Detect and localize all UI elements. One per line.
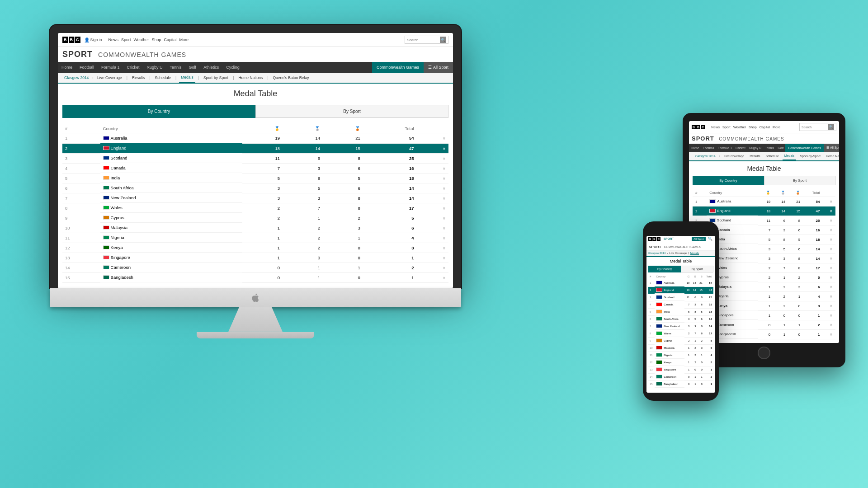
- cell-expand[interactable]: ∨: [823, 244, 835, 254]
- cell-gold: 0: [242, 272, 283, 282]
- search-box[interactable]: 🔍: [405, 36, 448, 44]
- tablet-main-all[interactable]: ☰ All Sport: [824, 144, 839, 152]
- phone-search-button[interactable]: 🔍: [707, 237, 713, 241]
- main-nav-cycling[interactable]: Cycling: [222, 62, 243, 73]
- tablet-tab-sport[interactable]: By Sport: [764, 176, 835, 185]
- subnav-results[interactable]: Results: [130, 73, 146, 82]
- nav-news[interactable]: News: [108, 38, 119, 42]
- tablet-main-cg[interactable]: Commonwealth Games: [785, 144, 824, 152]
- tablet-main-f1[interactable]: Formula 1: [716, 144, 734, 152]
- tablet-subnav-hn[interactable]: Home Nations: [824, 152, 839, 160]
- cell-expand[interactable]: ∨: [823, 320, 835, 330]
- phone-subnav-live[interactable]: Live Coverage: [669, 252, 687, 255]
- cell-expand[interactable]: ∨: [417, 272, 448, 282]
- cell-expand[interactable]: ∨: [417, 143, 448, 153]
- tablet-search-input[interactable]: [802, 126, 826, 129]
- tab-by-sport[interactable]: By Sport: [255, 105, 448, 118]
- nav-more[interactable]: More: [179, 38, 189, 42]
- main-nav-athletics[interactable]: Athletics: [200, 62, 222, 73]
- main-nav-cricket[interactable]: Cricket: [123, 62, 143, 73]
- tablet-subnav-schedule[interactable]: Schedule: [764, 152, 781, 160]
- cell-expand[interactable]: ∨: [823, 301, 835, 311]
- cell-expand[interactable]: ∨: [417, 193, 448, 203]
- tablet-subnav-breadcrumb[interactable]: Glasgow 2014: [693, 152, 717, 160]
- main-nav-f1[interactable]: Formula 1: [98, 62, 123, 73]
- subnav-sport-by-sport[interactable]: Sport-by-Sport: [202, 73, 230, 82]
- tablet-tab-country[interactable]: By Country: [693, 176, 764, 185]
- cell-expand[interactable]: ∨: [823, 273, 835, 282]
- cell-silver: 8: [283, 173, 323, 183]
- search-input[interactable]: [407, 38, 439, 42]
- cell-expand[interactable]: ∨: [823, 311, 835, 320]
- tablet-main-football[interactable]: Football: [701, 144, 716, 152]
- sign-in-btn[interactable]: 👤 Sign in: [84, 38, 102, 42]
- cell-expand[interactable]: ∨: [823, 330, 835, 339]
- tablet-main-home[interactable]: Home: [689, 144, 701, 152]
- cell-expand[interactable]: ∨: [417, 263, 448, 272]
- cell-expand[interactable]: ∨: [823, 254, 835, 263]
- tablet-search-button[interactable]: 🔍: [828, 124, 834, 130]
- nav-weather[interactable]: Weather: [134, 38, 149, 42]
- tablet-nav-capital[interactable]: Capital: [760, 125, 770, 129]
- cell-expand[interactable]: ∨: [417, 253, 448, 263]
- cell-expand[interactable]: ∨: [417, 153, 448, 163]
- tablet-home-button[interactable]: [758, 347, 770, 359]
- flag-icon: [103, 166, 109, 170]
- cell-silver: 2: [773, 282, 788, 292]
- subnav-breadcrumb[interactable]: Glasgow 2014: [62, 73, 90, 82]
- tablet-nav-shop[interactable]: Shop: [749, 125, 757, 129]
- tablet-main-tennis[interactable]: Tennis: [763, 144, 776, 152]
- subnav-home-nations[interactable]: Home Nations: [236, 73, 264, 82]
- subnav-baton-relay[interactable]: Queen's Baton Relay: [271, 73, 311, 82]
- subnav-medals[interactable]: Medals: [179, 73, 195, 83]
- cell-expand[interactable]: ∨: [823, 292, 835, 301]
- tablet-subnav-live[interactable]: Live Coverage: [722, 152, 746, 160]
- cell-expand[interactable]: ∨: [417, 233, 448, 243]
- tablet-main-golf[interactable]: Golf: [776, 144, 785, 152]
- cell-expand[interactable]: ∨: [417, 183, 448, 193]
- cell-expand[interactable]: ∨: [823, 216, 835, 225]
- tablet-main-rugby[interactable]: Rugby U: [747, 144, 763, 152]
- nav-sport[interactable]: Sport: [121, 38, 131, 42]
- tablet-nav-weather[interactable]: Weather: [733, 125, 746, 129]
- cell-expand[interactable]: ∨: [417, 223, 448, 233]
- tablet-main-cricket[interactable]: Cricket: [734, 144, 747, 152]
- tablet-subnav-medals[interactable]: Medals: [783, 152, 797, 160]
- nav-shop[interactable]: Shop: [151, 38, 161, 42]
- phone-tab-country[interactable]: By Country: [648, 266, 681, 272]
- phone-subnav-medals[interactable]: Medals: [690, 252, 699, 255]
- main-nav-all-sport[interactable]: ☰ All Sport: [424, 62, 453, 73]
- cell-expand[interactable]: ∨: [823, 225, 835, 235]
- phone-all-sport-btn[interactable]: All Sport: [692, 237, 706, 241]
- subnav-live[interactable]: Live Coverage: [95, 73, 124, 82]
- cell-expand[interactable]: ∨: [823, 206, 835, 216]
- tab-by-country[interactable]: By Country: [62, 105, 255, 118]
- cell-expand[interactable]: ∨: [417, 133, 448, 144]
- cell-expand[interactable]: ∨: [823, 263, 835, 273]
- main-nav-home[interactable]: Home: [58, 62, 76, 73]
- subnav-schedule[interactable]: Schedule: [153, 73, 173, 82]
- cell-expand[interactable]: ∨: [823, 282, 835, 292]
- tablet-subnav-results[interactable]: Results: [748, 152, 762, 160]
- table-row: 13Singapore1001: [648, 366, 713, 373]
- cell-expand[interactable]: ∨: [417, 213, 448, 223]
- cell-expand[interactable]: ∨: [417, 163, 448, 173]
- cell-expand[interactable]: ∨: [823, 197, 835, 206]
- tablet-nav-more[interactable]: More: [773, 125, 780, 129]
- main-nav-golf[interactable]: Golf: [185, 62, 200, 73]
- cell-expand[interactable]: ∨: [417, 243, 448, 253]
- tablet-search-box[interactable]: 🔍: [799, 123, 836, 131]
- search-button[interactable]: 🔍: [440, 37, 446, 43]
- nav-capital[interactable]: Capital: [164, 38, 176, 42]
- main-nav-football[interactable]: Football: [76, 62, 98, 73]
- main-nav-rugby[interactable]: Rugby U: [143, 62, 166, 73]
- tablet-nav-sport[interactable]: Sport: [722, 125, 731, 129]
- phone-tab-sport[interactable]: By Sport: [681, 266, 713, 272]
- cell-expand[interactable]: ∨: [417, 203, 448, 213]
- main-nav-tennis[interactable]: Tennis: [166, 62, 185, 73]
- tablet-subnav-sbs[interactable]: Sport-by-Sport: [798, 152, 822, 160]
- cell-expand[interactable]: ∨: [823, 235, 835, 244]
- tablet-nav-news[interactable]: News: [711, 125, 720, 129]
- main-nav-cg[interactable]: Commonwealth Games: [372, 62, 424, 73]
- cell-expand[interactable]: ∨: [417, 173, 448, 183]
